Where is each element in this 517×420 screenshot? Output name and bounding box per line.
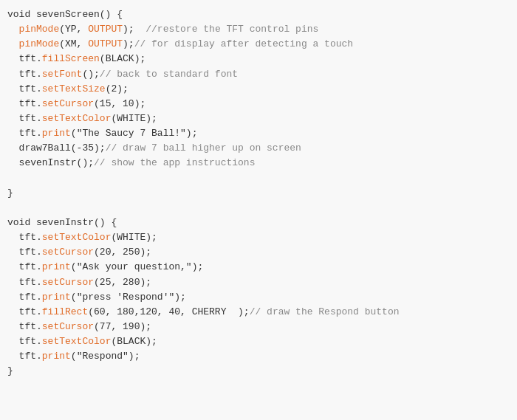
code-text: sevenInstr();: [7, 157, 94, 168]
code-text: tft.: [7, 98, 42, 109]
code-method-fillscreen: fillScreen: [42, 53, 100, 64]
code-line-11: sevenInstr();// show the app instruction…: [0, 156, 517, 171]
code-text: (20, 250);: [94, 247, 151, 258]
code-param-output: OUTPUT: [88, 24, 123, 35]
code-text: (WHITE);: [111, 232, 157, 243]
code-editor: void sevenScreen() { pinMode(YP, OUTPUT)…: [0, 0, 517, 387]
code-text: tft.: [7, 113, 42, 124]
code-line-18: tft.print("Ask your question,");: [0, 260, 517, 275]
code-line-4: tft.fillScreen(BLACK);: [0, 52, 517, 66]
code-text: (BLACK);: [100, 53, 145, 64]
code-line-23: tft.setTextColor(BLACK);: [0, 334, 517, 349]
code-text: (60, 180,120, 40, CHERRY );: [88, 306, 249, 317]
code-text: ();: [82, 69, 99, 80]
code-text: tft.: [7, 306, 42, 317]
code-comment: //restore the TFT control pins: [145, 24, 318, 35]
code-method-print3: print: [42, 292, 71, 303]
code-text: (WHITE);: [111, 113, 157, 124]
code-text: void sevenInstr() {: [7, 217, 117, 228]
code-text: tft.: [7, 321, 42, 332]
code-comment: // draw the Respond button: [250, 306, 400, 317]
code-blank-2: [0, 201, 517, 216]
code-line-7: tft.setCursor(15, 10);: [0, 97, 517, 111]
code-text: tft.: [7, 83, 42, 94]
code-method-setcursor: setCursor: [42, 98, 94, 109]
code-text: (77, 190);: [94, 321, 151, 332]
code-line-5: tft.setFont();// back to standard font: [0, 67, 517, 82]
code-method-setcursor2: setCursor: [42, 247, 94, 258]
code-line-3: pinMode(XM, OUTPUT);// for display after…: [0, 37, 517, 52]
code-comment: // show the app instructions: [94, 157, 255, 168]
code-method-settextsize: setTextSize: [42, 83, 106, 94]
code-method-setfont: setFont: [42, 69, 83, 80]
code-method-settextcolor2: setTextColor: [42, 232, 112, 243]
code-line-1: void sevenScreen() {: [0, 7, 517, 22]
code-line-25: }: [0, 364, 517, 379]
code-text: ("Ask your question,");: [71, 261, 203, 272]
code-text: tft.: [7, 277, 42, 288]
code-comment: // draw 7 ball higher up on screen: [106, 142, 301, 154]
code-method-fillrect: fillRect: [42, 306, 88, 317]
code-method-pinmode: pinMode: [19, 24, 60, 35]
code-text: }: [7, 365, 13, 376]
code-line-13: }: [0, 186, 517, 201]
code-text: ("Respond");: [71, 351, 140, 362]
code-text: ("press 'Respond'");: [71, 292, 186, 303]
code-text: tft.: [7, 336, 42, 347]
code-text: tft.: [7, 53, 42, 64]
code-text: );: [123, 38, 134, 49]
code-text: (2);: [106, 83, 129, 94]
code-line-19: tft.setCursor(25, 280);: [0, 275, 517, 290]
code-text: (25, 280);: [94, 277, 151, 288]
code-text: void sevenScreen() {: [7, 9, 123, 20]
code-method-print2: print: [42, 261, 71, 272]
code-indent: [7, 38, 19, 49]
code-text: tft.: [7, 128, 42, 139]
code-text: (BLACK);: [111, 336, 157, 347]
code-text: draw7Ball(-35);: [7, 142, 106, 154]
code-line-16: tft.setTextColor(WHITE);: [0, 230, 517, 245]
code-method-settextcolor: setTextColor: [42, 113, 112, 124]
code-line-17: tft.setCursor(20, 250);: [0, 245, 517, 260]
code-line-22: tft.setCursor(77, 190);: [0, 320, 517, 334]
code-method-pinmode2: pinMode: [19, 38, 60, 49]
code-text: (XM,: [59, 38, 88, 49]
code-text: (YP,: [59, 24, 88, 35]
code-param-output2: OUTPUT: [88, 38, 123, 49]
code-comment: // back to standard font: [100, 69, 238, 80]
code-line-24: tft.print("Respond");: [0, 349, 517, 364]
code-method-settextcolor3: setTextColor: [42, 336, 112, 347]
code-comment: // for display after detecting a touch: [134, 38, 353, 49]
code-text: tft.: [7, 261, 42, 272]
code-blank-1: [0, 171, 517, 186]
code-line-15: void sevenInstr() {: [0, 216, 517, 230]
code-method-print1: print: [42, 128, 71, 139]
code-indent: [7, 24, 19, 35]
code-line-10: draw7Ball(-35);// draw 7 ball higher up …: [0, 141, 517, 156]
code-text: );: [123, 24, 145, 35]
code-line-6: tft.setTextSize(2);: [0, 82, 517, 97]
code-line-2: pinMode(YP, OUTPUT); //restore the TFT c…: [0, 22, 517, 37]
code-text: ("The Saucy 7 Ball!");: [71, 128, 198, 139]
code-text: tft.: [7, 351, 42, 362]
code-text: tft.: [7, 247, 42, 258]
code-method-setcursor3: setCursor: [42, 277, 94, 288]
code-line-20: tft.print("press 'Respond'");: [0, 290, 517, 305]
code-text: tft.: [7, 292, 42, 303]
code-text: }: [7, 187, 13, 199]
code-line-21: tft.fillRect(60, 180,120, 40, CHERRY );/…: [0, 305, 517, 320]
code-line-9: tft.print("The Saucy 7 Ball!");: [0, 126, 517, 141]
code-method-print4: print: [42, 351, 71, 362]
code-text: (15, 10);: [94, 98, 145, 109]
code-method-setcursor4: setCursor: [42, 321, 94, 332]
code-text: tft.: [7, 232, 42, 243]
code-text: tft.: [7, 69, 42, 80]
code-line-8: tft.setTextColor(WHITE);: [0, 111, 517, 126]
